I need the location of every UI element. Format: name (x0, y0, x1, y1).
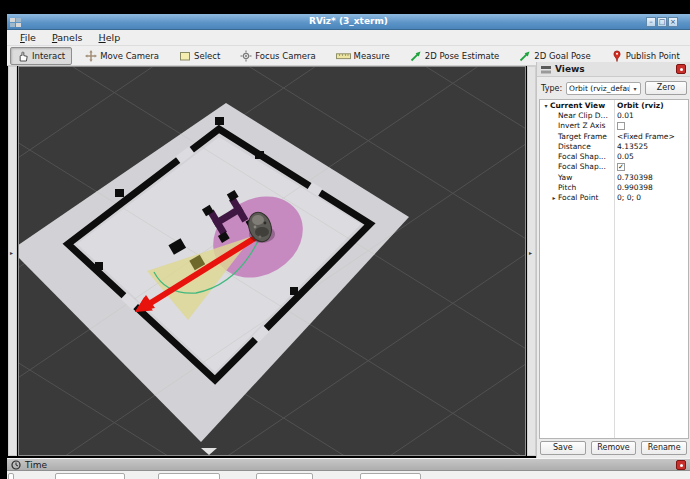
window-title: RViz* (3_xterm) (7, 16, 690, 26)
property-label: Current View (550, 101, 605, 110)
views-panel: Views Type: Orbit (rviz_defaul ▾ Zero ▾C… (536, 62, 690, 458)
chevron-down-icon: ▾ (629, 85, 640, 92)
views-panel-title: Views (555, 64, 672, 74)
tree-row-distance[interactable]: Distance4.13525 (540, 141, 688, 151)
views-panel-header[interactable]: Views (537, 62, 690, 77)
tool-2d-pose-estimate[interactable]: 2D Pose Estimate (403, 47, 507, 65)
expand-right-icon: ▸ (10, 249, 13, 256)
view-type-value: Orbit (rviz_defaul (567, 84, 629, 93)
tool-label: 2D Goal Pose (534, 51, 590, 61)
time-field-partial[interactable] (55, 473, 125, 479)
tool-label: Focus Camera (255, 51, 315, 61)
view-type-row: Type: Orbit (rviz_defaul ▾ Zero (541, 81, 687, 95)
tool-interact[interactable]: Interact (10, 47, 72, 65)
tree-row-pitch[interactable]: Pitch0.990398 (540, 182, 688, 192)
property-value[interactable]: Orbit (rviz) (614, 101, 664, 110)
zero-button[interactable]: Zero (645, 81, 687, 95)
tree-row-focal-shap-[interactable]: Focal Shap...0.05 (540, 151, 688, 161)
property-value[interactable]: 0.730398 (614, 173, 653, 182)
hand-icon (17, 50, 29, 62)
expander-down-icon[interactable]: ▾ (542, 102, 550, 109)
clock-icon (11, 460, 21, 470)
tool-measure[interactable]: Measure (329, 47, 397, 65)
expander-right-icon[interactable]: ▸ (550, 194, 558, 201)
tool-label: Publish Point (626, 51, 680, 61)
tool-select[interactable]: Select (172, 47, 227, 65)
rename-button[interactable]: Rename (641, 441, 687, 455)
property-value[interactable]: 0.01 (614, 111, 634, 120)
time-panel-header[interactable]: Time (7, 458, 690, 471)
tree-row-focal-shap-[interactable]: Focal Shap...✓ (540, 162, 688, 172)
tool-move-camera[interactable]: Move Camera (78, 47, 166, 65)
property-label: Target Frame (558, 132, 607, 141)
time-close-button[interactable] (676, 460, 686, 470)
window-titlebar[interactable]: RViz* (3_xterm) –□× (7, 14, 690, 30)
tool-focus-camera[interactable]: Focus Camera (233, 47, 322, 65)
green-arrow-icon (519, 50, 531, 62)
screenshot-stage: RViz* (3_xterm) –□× FilePanelsHelp Inter… (0, 0, 690, 479)
minimize-button[interactable]: – (646, 17, 656, 27)
views-property-tree: ▾Current ViewOrbit (rviz)Near Clip D...0… (539, 99, 689, 439)
property-label: Pitch (558, 183, 576, 192)
property-checkbox[interactable]: ✓ (617, 163, 625, 171)
time-panel-title: Time (25, 460, 672, 470)
render-viewport-3d[interactable] (18, 66, 526, 456)
time-field-partial[interactable] (158, 473, 220, 479)
tool-label: Select (194, 51, 220, 61)
green-arrow-icon (410, 50, 422, 62)
property-value[interactable]: 0.05 (614, 152, 634, 161)
property-label: Focal Shap... (558, 162, 606, 171)
close-button[interactable]: × (668, 17, 678, 27)
property-value[interactable]: 4.13525 (614, 142, 648, 151)
left-dock-expander[interactable]: ▸ (8, 66, 17, 456)
time-field-partial[interactable] (360, 473, 421, 479)
property-value[interactable]: 0.990398 (614, 183, 653, 192)
tool-label: Measure (354, 51, 390, 61)
bottom-dock-expander-icon[interactable] (201, 448, 217, 455)
property-label: Focal Point (558, 193, 598, 202)
property-value[interactable]: <Fixed Frame> (614, 132, 675, 141)
menu-bar: FilePanelsHelp (7, 30, 690, 46)
time-panel-content (7, 471, 690, 479)
remove-button[interactable]: Remove (591, 441, 637, 455)
scene-canvas (19, 67, 525, 455)
focus-icon (240, 50, 252, 62)
property-label: Focal Shap... (558, 152, 606, 161)
tree-row-target-frame[interactable]: Target Frame<Fixed Frame> (540, 131, 688, 141)
menu-item-help[interactable]: Help (92, 31, 128, 44)
tree-row-yaw[interactable]: Yaw0.730398 (540, 172, 688, 182)
property-label: Invert Z Axis (558, 121, 606, 130)
views-close-button[interactable] (676, 64, 686, 74)
tool-label: 2D Pose Estimate (425, 51, 500, 61)
property-label: Near Clip D... (558, 111, 608, 120)
tool-label: Interact (32, 51, 65, 61)
panel-icon (541, 65, 551, 74)
view-type-label: Type: (541, 84, 562, 93)
tree-row-invert-z-axis[interactable]: Invert Z Axis (540, 121, 688, 131)
views-buttons-row: SaveRemoveRename (537, 441, 690, 455)
time-field-partial[interactable] (8, 473, 14, 479)
select-icon (179, 50, 191, 62)
menu-item-file[interactable]: File (13, 31, 43, 44)
time-field-partial[interactable] (256, 473, 313, 479)
measure-icon (336, 50, 351, 62)
property-label: Distance (558, 142, 591, 151)
property-value[interactable]: 0; 0; 0 (614, 193, 641, 202)
property-label: Yaw (558, 173, 572, 182)
tree-row-near-clip-d-[interactable]: Near Clip D...0.01 (540, 110, 688, 120)
move-icon (85, 50, 97, 62)
property-checkbox[interactable] (617, 122, 625, 130)
maximize-button[interactable]: □ (657, 17, 667, 27)
view-type-dropdown[interactable]: Orbit (rviz_defaul ▾ (566, 82, 641, 95)
right-dock-expander[interactable]: ▸ (527, 66, 536, 456)
tool-label: Move Camera (100, 51, 159, 61)
save-button[interactable]: Save (540, 441, 586, 455)
pin-icon (611, 50, 623, 62)
expand-right-icon: ▸ (529, 249, 532, 256)
tree-row-focal-point[interactable]: ▸Focal Point0; 0; 0 (540, 193, 688, 203)
menu-item-panels[interactable]: Panels (45, 31, 90, 44)
tree-row-current-view[interactable]: ▾Current ViewOrbit (rviz) (540, 100, 688, 110)
